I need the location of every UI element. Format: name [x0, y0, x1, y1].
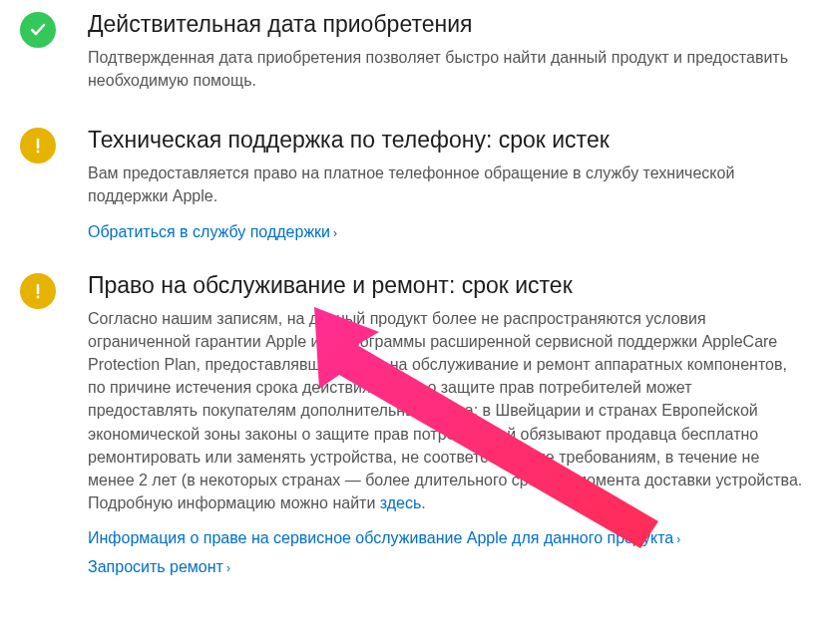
check-icon — [20, 12, 56, 48]
status-icon-column — [20, 271, 62, 309]
body-post: . — [421, 494, 425, 511]
coverage-section-purchase-date: Действительная дата приобретения Подтвер… — [20, 10, 804, 98]
warning-icon — [20, 128, 56, 163]
link-label: Информация о праве на сервисное обслужив… — [88, 529, 673, 546]
warning-icon — [20, 273, 56, 309]
section-body: Вам предоставляется право на платное тел… — [88, 161, 804, 207]
here-link[interactable]: здесь — [380, 494, 422, 511]
link-label: Обратиться в службу поддержки — [88, 223, 330, 240]
status-icon-column — [20, 10, 62, 48]
contact-support-link[interactable]: Обратиться в службу поддержки› — [88, 220, 337, 243]
chevron-right-icon: › — [333, 226, 337, 240]
section-title: Техническая поддержка по телефону: срок … — [88, 126, 804, 156]
section-title: Право на обслуживание и ремонт: срок ист… — [88, 271, 804, 301]
section-body: Подтвержденная дата приобретения позволя… — [88, 46, 804, 92]
body-pre: Согласно нашим записям, на данный продук… — [88, 310, 802, 512]
chevron-right-icon: › — [226, 561, 230, 575]
section-title: Действительная дата приобретения — [88, 10, 804, 40]
section-content: Действительная дата приобретения Подтвер… — [62, 10, 804, 98]
section-content: Право на обслуживание и ремонт: срок ист… — [62, 271, 804, 579]
section-body: Согласно нашим записям, на данный продук… — [88, 307, 804, 515]
chevron-right-icon: › — [676, 532, 680, 546]
svg-point-1 — [37, 151, 40, 154]
request-repair-link[interactable]: Запросить ремонт› — [88, 555, 804, 578]
coverage-section-repair: Право на обслуживание и ремонт: срок ист… — [20, 271, 804, 579]
link-label: Запросить ремонт — [88, 558, 223, 575]
section-content: Техническая поддержка по телефону: срок … — [62, 126, 804, 242]
service-coverage-info-link[interactable]: Информация о праве на сервисное обслужив… — [88, 526, 680, 549]
svg-point-3 — [37, 295, 40, 298]
status-icon-column — [20, 126, 62, 163]
coverage-section-phone-support: Техническая поддержка по телефону: срок … — [20, 126, 804, 242]
